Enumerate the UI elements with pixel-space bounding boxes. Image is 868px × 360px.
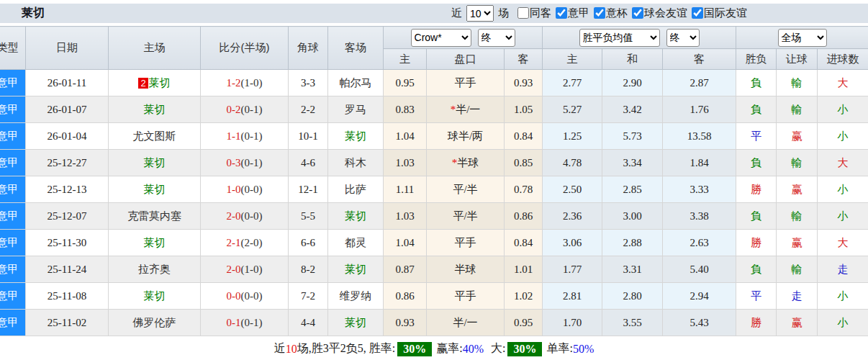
fulltime-score: 1-1	[227, 130, 241, 142]
euro-away-odds: 3.33	[663, 176, 736, 203]
corner-cell: 4-6	[289, 150, 328, 176]
fulltime-score: 2-0	[227, 264, 241, 275]
single-value: 50%	[573, 343, 594, 356]
league-cell[interactable]: 意甲	[0, 230, 26, 256]
euro-home-odds: 2.36	[543, 203, 602, 230]
euro-away-odds: 5.40	[663, 256, 736, 283]
home-team[interactable]: 莱切	[144, 184, 166, 195]
date-cell: 25-12-07	[26, 203, 109, 230]
filter-checkbox-意甲[interactable]	[556, 7, 567, 19]
date-cell: 25-12-27	[26, 150, 109, 176]
asian-home-odds: 0.83	[384, 96, 427, 123]
single-label: 单率:	[546, 341, 572, 356]
filter-checkbox-球会友谊[interactable]	[632, 7, 643, 19]
home-team[interactable]: 莱切	[144, 290, 166, 302]
euro-away-odds: 3.38	[663, 203, 736, 230]
league-cell[interactable]: 意甲	[0, 123, 26, 150]
home-team[interactable]: 尤文图斯	[133, 130, 176, 142]
asian-home-odds: 0.95	[384, 70, 427, 96]
halftime-score: (0-1)	[241, 157, 263, 168]
euro-time-select[interactable]: 终	[666, 29, 700, 47]
away-team[interactable]: 莱切	[345, 317, 366, 328]
home-team[interactable]: 莱切	[144, 157, 166, 168]
away-team[interactable]: 都灵	[345, 237, 366, 248]
date-cell: 25-11-30	[26, 230, 109, 256]
euro-draw-odds: 3.00	[602, 203, 663, 230]
away-team[interactable]: 帕尔马	[340, 77, 372, 89]
home-team[interactable]: 拉齐奥	[138, 264, 171, 275]
bookmaker-select[interactable]: Crow*	[411, 29, 471, 47]
league-filter-checkboxes: 同客意甲意杯球会友谊国际友谊	[510, 6, 747, 20]
filter-checkbox-label[interactable]: 意杯	[606, 6, 628, 19]
subcol-handicap: 盘口	[427, 49, 505, 70]
match-count-select[interactable]: 10	[466, 5, 494, 22]
league-cell[interactable]: 意甲	[0, 176, 26, 203]
away-cell: 莱切	[328, 256, 384, 283]
asian-home-odds: 0.86	[384, 283, 427, 310]
filter-checkbox-label[interactable]: 同客	[530, 6, 551, 19]
league-cell[interactable]: 意甲	[0, 256, 26, 283]
asian-home-odds: 0.87	[384, 256, 427, 283]
filter-checkbox-意杯[interactable]	[594, 7, 605, 19]
euro-home-odds: 1.25	[543, 123, 602, 150]
away-team[interactable]: 莱切	[345, 264, 366, 275]
score-cell: 0-3(0-1)	[201, 150, 289, 176]
scope-select[interactable]: 全场	[778, 29, 827, 47]
euro-home-odds: 5.27	[543, 96, 602, 123]
league-cell[interactable]: 意甲	[0, 203, 26, 230]
home-team[interactable]: 莱切	[149, 77, 171, 89]
euro-away-odds: 1.76	[663, 96, 736, 123]
away-cell: 莱切	[328, 203, 384, 230]
match-row: 意甲25-11-24拉齐奥2-0(1-0)8-2莱切0.87半球1.011.77…	[0, 256, 868, 283]
asian-time-select[interactable]: 终	[478, 29, 515, 47]
filter-checkbox-label[interactable]: 意甲	[568, 6, 589, 19]
asian-handicap: 球半/两	[427, 123, 505, 150]
result-goals: 小	[818, 176, 868, 203]
euro-avg-select[interactable]: 胜平负均值	[579, 29, 660, 47]
result-handicap: 輸	[777, 256, 818, 283]
asian-odds-group-header: Crow* 终	[384, 27, 543, 49]
home-team[interactable]: 莱切	[144, 104, 166, 115]
subcol-euro-away: 客	[663, 49, 736, 70]
handicap-change-star: *	[452, 157, 458, 168]
away-team[interactable]: 维罗纳	[340, 290, 372, 302]
subcol-euro-home: 主	[543, 49, 602, 70]
league-cell[interactable]: 意甲	[0, 283, 26, 310]
halftime-score: (1-0)	[241, 264, 263, 275]
col-header-score: 比分(半场)	[201, 27, 289, 70]
filter-checkbox-国际友谊[interactable]	[692, 7, 703, 19]
fulltime-score: 1-0	[227, 184, 241, 195]
away-team[interactable]: 比萨	[345, 184, 366, 195]
league-cell[interactable]: 意甲	[0, 70, 26, 96]
score-cell: 2-0(1-0)	[201, 256, 289, 283]
away-cell: 科木	[328, 150, 384, 176]
league-cell[interactable]: 意甲	[0, 310, 26, 336]
home-cell: 佛罗伦萨	[109, 310, 201, 336]
halftime-score: (0-0)	[241, 210, 263, 222]
euro-draw-odds: 2.90	[602, 70, 663, 96]
matches-label: 场	[498, 6, 509, 20]
asian-away-odds: 1.01	[505, 256, 543, 283]
filter-checkbox-label[interactable]: 国际友谊	[704, 6, 747, 19]
filter-checkbox-label[interactable]: 球会友谊	[644, 6, 687, 19]
home-team[interactable]: 佛罗伦萨	[133, 317, 176, 328]
subcol-euro-draw: 和	[602, 49, 663, 70]
euro-away-odds: 2.87	[663, 70, 736, 96]
away-team[interactable]: 莱切	[345, 130, 366, 142]
home-team[interactable]: 莱切	[144, 237, 166, 248]
away-team[interactable]: 罗马	[345, 104, 366, 115]
league-cell[interactable]: 意甲	[0, 150, 26, 176]
away-team[interactable]: 科木	[345, 157, 366, 168]
filter-checkbox-同客[interactable]	[517, 7, 529, 19]
league-cell[interactable]: 意甲	[0, 96, 26, 123]
result-goals: 大	[818, 150, 868, 176]
match-row: 意甲25-12-13莱切1-0(0-0)12-1比萨1.11平/半0.782.5…	[0, 176, 868, 203]
match-row: 意甲25-11-08莱切0-0(0-0)7-2维罗纳0.86平手1.022.81…	[0, 283, 868, 310]
big-rate-badge: 30%	[507, 342, 542, 356]
home-team[interactable]: 克雷莫内塞	[127, 210, 181, 222]
score-cell: 1-2(1-0)	[201, 70, 289, 96]
result-group-header: 全场	[736, 27, 868, 49]
result-wdl: 負	[736, 70, 777, 96]
away-team[interactable]: 莱切	[345, 210, 366, 222]
home-cell: 2莱切	[109, 70, 201, 96]
